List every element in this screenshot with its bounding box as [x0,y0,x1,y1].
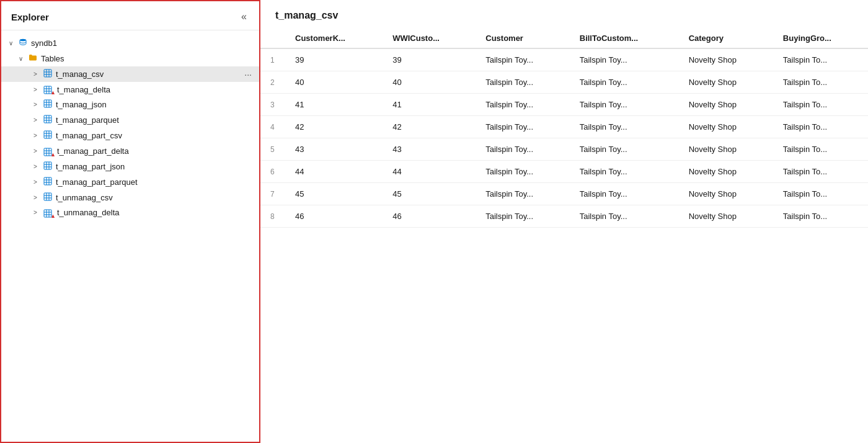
cell-customer: Tailspin Toy... [476,183,570,205]
chevron-icon: ∨ [9,40,19,47]
svg-rect-1 [44,69,51,77]
chevron-icon: > [33,194,43,201]
tree-item-t_manag_parquet[interactable]: >t_manag_parquet [1,112,259,128]
cell-customer: Tailspin Toy... [476,71,570,94]
chevron-icon: > [33,132,43,139]
cell-customerk: 39 [285,48,383,71]
tree-item-tables[interactable]: ∨Tables [1,51,259,66]
chevron-icon: ∨ [19,55,29,62]
cell-category: Novelty Shop [679,48,773,71]
tree-item-t_manag_part_parquet[interactable]: >t_manag_part_parquet [1,174,259,190]
cell-wwicusto: 45 [383,183,476,205]
table-icon [43,99,52,110]
col-header-BuyingGroup: BuyingGro... [773,29,868,48]
svg-rect-11 [44,100,51,107]
table-body: 13939Tailspin Toy...Tailspin Toy...Novel… [260,48,868,228]
cell-customerk: 40 [285,71,383,94]
table-row[interactable]: 84646Tailspin Toy...Tailspin Toy...Novel… [260,205,868,228]
row-number: 6 [260,161,285,183]
svg-rect-16 [44,115,51,123]
more-options-button[interactable]: ··· [242,69,254,79]
cell-buyinggroup: Tailspin To... [773,205,868,228]
cell-customer: Tailspin Toy... [476,48,570,71]
data-table-wrapper[interactable]: CustomerK...WWICusto...CustomerBillToCus… [260,29,868,443]
tree-item-label: t_manag_delta [57,85,254,94]
tree-item-t_manag_part_json[interactable]: >t_manag_part_json [1,159,259,174]
cell-billtocustomer: Tailspin Toy... [570,71,679,94]
tree-item-label: t_manag_parquet [56,115,254,125]
tree-item-label: t_manag_csv [56,69,242,79]
cell-buyinggroup: Tailspin To... [773,138,868,161]
col-header-row_num [260,29,285,48]
svg-rect-21 [44,131,51,138]
tree-item-label: t_manag_part_json [56,162,254,171]
chevron-icon: > [33,101,43,108]
cell-billtocustomer: Tailspin Toy... [570,205,679,228]
tree-item-t_manag_part_csv[interactable]: >t_manag_part_csv [1,128,259,143]
col-header-CustomerK: CustomerK... [285,29,383,48]
cell-wwicusto: 43 [383,138,476,161]
table-row[interactable]: 34141Tailspin Toy...Tailspin Toy...Novel… [260,94,868,116]
cell-category: Novelty Shop [679,94,773,116]
cell-buyinggroup: Tailspin To... [773,48,868,71]
table-delta-icon: ▲ [43,146,53,156]
tree-item-label: syndb1 [31,38,254,48]
tree-item-label: t_manag_part_csv [56,131,254,140]
cell-customerk: 41 [285,94,383,116]
tree-item-label: t_unmanag_csv [56,193,254,202]
table-header: CustomerK...WWICusto...CustomerBillToCus… [260,29,868,48]
sidebar-title: Explorer [11,12,49,22]
data-table: CustomerK...WWICusto...CustomerBillToCus… [260,29,868,228]
cell-wwicusto: 40 [383,71,476,94]
tree-item-t_manag_json[interactable]: >t_manag_json [1,97,259,112]
cell-billtocustomer: Tailspin Toy... [570,161,679,183]
tree-item-t_manag_delta[interactable]: >▲t_manag_delta [1,82,259,97]
table-row[interactable]: 13939Tailspin Toy...Tailspin Toy...Novel… [260,48,868,71]
chevron-icon: > [33,163,43,170]
table-delta-icon: ▲ [43,84,53,94]
col-header-BillToCustomer: BillToCustom... [570,29,679,48]
cell-billtocustomer: Tailspin Toy... [570,183,679,205]
cell-buyinggroup: Tailspin To... [773,94,868,116]
tree-item-t_manag_csv[interactable]: >t_manag_csv··· [1,66,259,82]
row-number: 1 [260,48,285,71]
tree-item-syndb1[interactable]: ∨syndb1 [1,35,259,51]
explorer-sidebar: Explorer « ∨syndb1∨Tables>t_manag_csv···… [0,0,260,443]
col-header-WWICusto: WWICusto... [383,29,476,48]
row-number: 2 [260,71,285,94]
row-number: 8 [260,205,285,228]
tree-item-t_manag_part_delta[interactable]: >▲t_manag_part_delta [1,143,259,158]
table-icon [43,177,52,187]
cell-category: Novelty Shop [679,71,773,94]
cell-category: Novelty Shop [679,116,773,138]
table-row[interactable]: 74545Tailspin Toy...Tailspin Toy...Novel… [260,183,868,205]
cell-wwicusto: 44 [383,161,476,183]
row-number: 7 [260,183,285,205]
tree-item-t_unmanag_delta[interactable]: >▲t_unmanag_delta [1,205,259,220]
tree-item-label: Tables [41,54,254,63]
cell-buyinggroup: Tailspin To... [773,161,868,183]
table-row[interactable]: 44242Tailspin Toy...Tailspin Toy...Novel… [260,116,868,138]
table-delta-icon: ▲ [43,208,53,218]
table-row[interactable]: 64444Tailspin Toy...Tailspin Toy...Novel… [260,161,868,183]
row-number: 3 [260,94,285,116]
folder-icon [29,53,37,64]
collapse-button[interactable]: « [239,10,249,24]
table-row[interactable]: 54343Tailspin Toy...Tailspin Toy...Novel… [260,138,868,161]
row-number: 5 [260,138,285,161]
table-icon [43,115,52,125]
cell-buyinggroup: Tailspin To... [773,71,868,94]
svg-rect-36 [44,177,51,185]
cell-wwicusto: 41 [383,94,476,116]
tree-item-t_unmanag_csv[interactable]: >t_unmanag_csv [1,190,259,205]
col-header-Category: Category [679,29,773,48]
col-header-Customer: Customer [476,29,570,48]
cell-billtocustomer: Tailspin Toy... [570,116,679,138]
cell-buyinggroup: Tailspin To... [773,116,868,138]
table-row[interactable]: 24040Tailspin Toy...Tailspin Toy...Novel… [260,71,868,94]
chevron-icon: > [33,117,43,123]
main-content: t_manag_csv CustomerK...WWICusto...Custo… [260,0,868,443]
sidebar-header: Explorer « [1,1,259,30]
svg-point-0 [20,39,26,42]
table-icon [43,192,52,203]
